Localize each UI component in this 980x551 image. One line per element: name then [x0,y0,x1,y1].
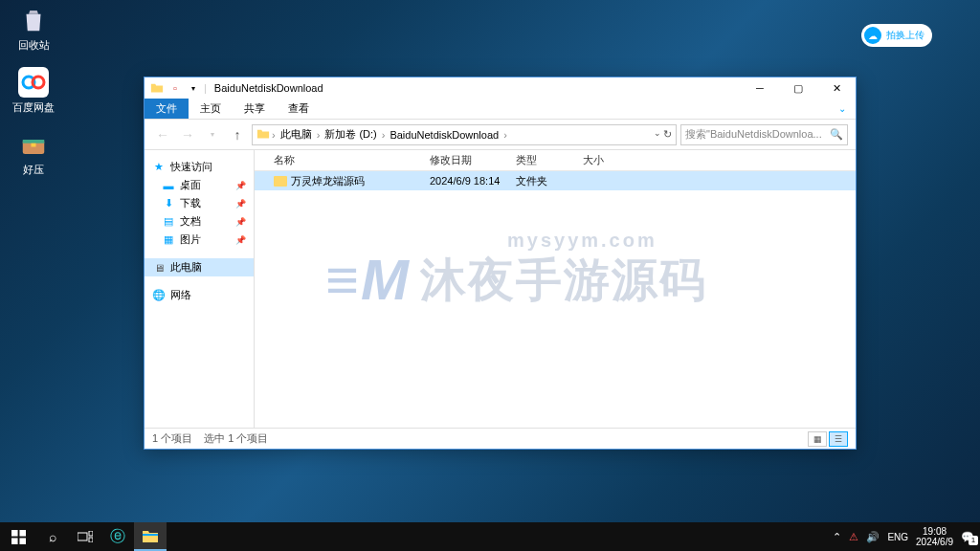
breadcrumb-segment[interactable]: BaiduNetdiskDownload [387,129,501,141]
tray-language[interactable]: ENG [887,532,908,542]
search-input[interactable]: 搜索"BaiduNetdiskDownloa... 🔍 [680,124,848,145]
sidebar-label: 图片 [180,232,201,247]
nav-forward-button[interactable]: → [177,124,198,145]
chevron-right-icon[interactable]: › [382,129,386,141]
view-thumbnails-button[interactable]: ▦ [808,431,827,447]
tray-network-icon[interactable]: ⚠ [849,531,858,543]
file-name: 万灵焯龙端源码 [291,174,365,188]
minimize-button[interactable]: ─ [741,77,779,99]
address-bar: ← → ▾ ↑ › 此电脑 › 新加卷 (D:) › BaiduNetdiskD… [145,120,856,150]
refresh-icon[interactable]: ↻ [663,128,672,141]
taskbar-explorer-button[interactable] [134,522,167,551]
pin-icon: 📌 [235,235,246,245]
quick-access-toolbar: ▫ ▾ | [149,80,207,96]
ribbon-tabs: 文件 主页 共享 查看 ⌄ [145,99,856,120]
pin-icon: 📌 [235,181,246,190]
sidebar: ★ 快速访问 ▬ 桌面 📌 ⬇ 下载 📌 ▤ 文档 📌 [145,150,255,428]
desktop-icon-label: 百度网盘 [12,100,55,115]
svg-rect-5 [32,143,36,147]
upload-badge-label: 拍换上传 [886,29,924,42]
column-header-type[interactable]: 类型 [508,153,575,167]
tab-file[interactable]: 文件 [145,99,189,119]
sidebar-network[interactable]: 🌐 网络 [145,286,254,304]
sidebar-label: 下载 [180,196,201,210]
tray-volume-icon[interactable]: 🔊 [866,531,880,543]
properties-icon[interactable]: ▫ [167,80,183,96]
titlebar[interactable]: ▫ ▾ | BaiduNetdiskDownload ─ ▢ ✕ [145,77,856,99]
chevron-right-icon[interactable]: › [503,129,507,141]
pictures-icon: ▦ [162,233,175,247]
tab-view[interactable]: 查看 [277,99,321,119]
cloud-icon: ☁ [864,27,881,44]
haozip-icon [18,129,49,160]
taskbar-task-view-button[interactable] [69,522,101,551]
svg-rect-9 [19,538,26,544]
notification-icon[interactable]: 💬 [961,531,974,543]
maximize-button[interactable]: ▢ [779,77,817,99]
taskbar-ie-button[interactable]: ⓔ [101,522,134,551]
sidebar-quick-access[interactable]: ★ 快速访问 [145,158,254,176]
recycle-bin-icon [18,5,49,35]
column-headers: 名称 修改日期 类型 大小 [255,150,856,171]
desktop-icon-baidu-netdisk[interactable]: 百度网盘 [5,67,62,115]
tab-share[interactable]: 共享 [233,99,277,119]
column-header-size[interactable]: 大小 [575,153,633,167]
nav-back-button[interactable]: ← [152,124,173,145]
sidebar-label: 文档 [180,214,201,229]
sidebar-label: 网络 [170,288,191,302]
system-tray: ⌃ ⚠ 🔊 ENG 19:08 2024/6/9 💬 [833,526,980,547]
breadcrumb[interactable]: › 此电脑 › 新加卷 (D:) › BaiduNetdiskDownload … [252,124,677,145]
file-row[interactable]: 万灵焯龙端源码 2024/6/9 18:14 文件夹 [255,171,856,190]
chevron-right-icon[interactable]: › [317,129,321,141]
window-title: BaiduNetdiskDownload [214,82,323,94]
network-icon: 🌐 [152,289,166,302]
folder-icon [256,127,270,143]
tab-home[interactable]: 主页 [189,99,233,119]
explorer-window: ▫ ▾ | BaiduNetdiskDownload ─ ▢ ✕ 文件 主页 共… [144,77,857,450]
file-rows[interactable]: 万灵焯龙端源码 2024/6/9 18:14 文件夹 [255,171,856,428]
desktop-icon-recycle-bin[interactable]: 回收站 [5,5,62,53]
svg-rect-11 [89,531,93,536]
close-button[interactable]: ✕ [817,77,856,99]
desktop-icon-haozip[interactable]: 好压 [5,129,62,177]
folder-icon [149,80,165,96]
status-item-count: 1 个项目 [152,431,192,446]
taskbar-date: 2024/6/9 [916,537,953,547]
desktop-icon-label: 回收站 [18,38,50,53]
search-icon[interactable]: 🔍 [830,128,843,141]
status-bar: 1 个项目 选中 1 个项目 ▦ ☰ [145,428,856,449]
taskbar-search-button[interactable]: ⌕ [36,522,69,551]
column-header-date[interactable]: 修改日期 [422,153,508,167]
upload-badge[interactable]: ☁ 拍换上传 [861,24,932,47]
download-icon: ⬇ [162,197,175,210]
nav-recent-dropdown[interactable]: ▾ [202,124,223,145]
tray-chevron-up-icon[interactable]: ⌃ [833,531,841,543]
sidebar-item-downloads[interactable]: ⬇ 下载 📌 [145,194,254,212]
status-selected-count: 选中 1 个项目 [204,431,268,446]
svg-rect-4 [23,140,45,143]
svg-rect-6 [11,530,18,537]
svg-rect-10 [78,533,87,540]
pin-icon: 📌 [235,199,246,209]
qat-dropdown-icon[interactable]: ▾ [186,80,201,96]
desktop-icons: 回收站 百度网盘 好压 [5,5,62,177]
sidebar-this-pc[interactable]: 🖥 此电脑 [145,258,254,276]
sidebar-item-documents[interactable]: ▤ 文档 📌 [145,212,254,231]
taskbar-clock[interactable]: 19:08 2024/6/9 [916,526,953,547]
sidebar-item-desktop[interactable]: ▬ 桌面 📌 [145,176,254,194]
window-controls: ─ ▢ ✕ [741,77,856,99]
breadcrumb-segment[interactable]: 此电脑 [278,127,315,142]
svg-rect-12 [89,538,93,542]
ribbon-expand-icon[interactable]: ⌄ [838,103,856,114]
view-details-button[interactable]: ☰ [829,431,848,447]
column-header-name[interactable]: 名称 [255,153,422,167]
path-dropdown-icon[interactable]: ⌄ [654,128,661,141]
breadcrumb-segment[interactable]: 新加卷 (D:) [322,127,379,142]
start-button[interactable] [0,522,36,551]
desktop-icon: ▬ [162,179,175,192]
sidebar-label: 此电脑 [170,260,202,275]
nav-up-button[interactable]: ↑ [227,124,248,145]
chevron-right-icon[interactable]: › [272,129,276,141]
document-icon: ▤ [162,215,175,229]
sidebar-item-pictures[interactable]: ▦ 图片 📌 [145,231,254,249]
